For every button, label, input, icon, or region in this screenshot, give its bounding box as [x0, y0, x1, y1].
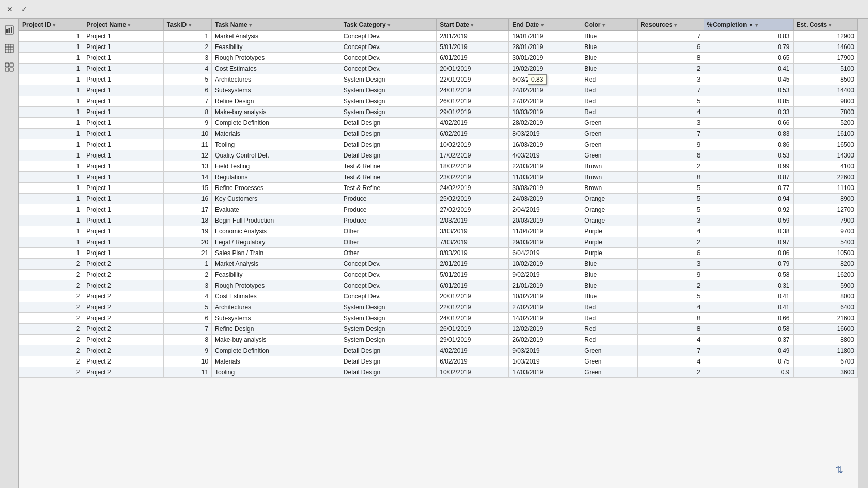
cell-project_name: Project 1 — [83, 64, 163, 74]
cell-task_category: Other — [340, 226, 437, 237]
col-header-est_costs[interactable]: Est. Costs ▾ — [793, 19, 858, 31]
cell-project_name: Project 2 — [83, 335, 163, 345]
cell-resources: 4 — [637, 356, 704, 367]
cell-task_name: Quality Control Def. — [212, 150, 340, 161]
cell-color: Green — [581, 367, 638, 378]
cell-start_date: 6/02/2019 — [437, 356, 509, 367]
cell-task_category: System Design — [340, 335, 437, 345]
cell-task_category: Concept Dev. — [340, 42, 437, 53]
col-header-task_name[interactable]: Task Name ▾ — [212, 19, 340, 31]
cell-est_costs: 8200 — [793, 259, 858, 270]
cell-task_category: Test & Refine — [340, 183, 437, 194]
cell-start_date: 7/03/2019 — [437, 237, 509, 248]
filter-icon[interactable]: ▾ — [829, 22, 831, 28]
cell-task_id: 2 — [163, 270, 211, 280]
col-header-end_date[interactable]: End Date ▾ — [509, 19, 581, 31]
cell-end_date: 1/03/2019 — [509, 356, 581, 367]
cell-task_category: Detail Design — [340, 150, 437, 161]
cell-project_id: 1 — [19, 129, 83, 139]
cell-task_name: Tooling — [212, 367, 340, 378]
cell-project_id: 1 — [19, 215, 83, 226]
filter-icon[interactable]: ▾ — [189, 22, 191, 28]
cell-resources: 2 — [637, 64, 704, 74]
filter-icon[interactable]: ▾ — [541, 22, 544, 28]
cell-task_id: 2 — [163, 42, 211, 53]
col-header-resources[interactable]: Resources ▾ — [637, 19, 704, 31]
filter-icon[interactable]: ▾ — [602, 22, 605, 28]
table-row: 2Project 25ArchitecturesSystem Design22/… — [19, 302, 858, 313]
cell-start_date: 29/01/2019 — [437, 107, 509, 118]
cell-est_costs: 7900 — [793, 215, 858, 226]
cell-color: Green — [581, 345, 638, 356]
cell-start_date: 10/02/2019 — [437, 139, 509, 150]
filter-icon[interactable]: ▾ — [249, 22, 252, 28]
cell-resources: 4 — [637, 302, 704, 313]
cell-color: Brown — [581, 161, 638, 172]
cell-task_name: Architectures — [212, 302, 340, 313]
table-row: 2Project 24Cost EstimatesConcept Dev.20/… — [19, 291, 858, 302]
confirm-button[interactable]: ✓ — [19, 4, 30, 15]
cell-resources: 2 — [637, 367, 704, 378]
cell-start_date: 23/02/2019 — [437, 172, 509, 183]
table-view-button[interactable] — [2, 41, 17, 56]
table-row: 1Project 19Complete DefinitionDetail Des… — [19, 118, 858, 129]
cell-task_category: Detail Design — [340, 345, 437, 356]
filter-icon[interactable]: ▾ — [388, 22, 390, 28]
cell-task_name: Regulations — [212, 172, 340, 183]
sort-icon: ▼ — [749, 22, 754, 28]
cell-est_costs: 8800 — [793, 335, 858, 345]
cell-project_name: Project 1 — [83, 215, 163, 226]
component-view-button[interactable] — [2, 60, 17, 74]
filter-icon[interactable]: ▾ — [471, 22, 473, 28]
chart-view-button[interactable] — [2, 23, 17, 37]
cell-resources: 2 — [637, 237, 704, 248]
cell-task_id: 1 — [163, 259, 211, 270]
table-row: 2Project 28Make-buy analysisSystem Desig… — [19, 335, 858, 345]
cell-task_name: Key Customers — [212, 194, 340, 204]
cell-project_name: Project 1 — [83, 53, 163, 64]
cell-start_date: 18/02/2019 — [437, 161, 509, 172]
filter-icon[interactable]: ▾ — [53, 22, 55, 28]
col-header-task_category[interactable]: Task Category ▾ — [340, 19, 437, 31]
col-header-pct_completion[interactable]: %Completion ▼ ▾ — [704, 19, 793, 31]
cell-pct_completion: 0.75 — [704, 356, 793, 367]
filter-icon[interactable]: ▾ — [128, 22, 130, 28]
cell-start_date: 5/01/2019 — [437, 42, 509, 53]
cell-end_date: 9/02/2019 — [509, 270, 581, 280]
cell-end_date: 27/02/2019 — [509, 302, 581, 313]
col-header-task_id[interactable]: TaskID ▾ — [163, 19, 211, 31]
col-header-project_id[interactable]: Project ID ▾ — [19, 19, 83, 31]
cell-project_name: Project 1 — [83, 129, 163, 139]
right-sidebar — [858, 19, 868, 488]
col-header-start_date[interactable]: Start Date ▾ — [437, 19, 509, 31]
col-header-color[interactable]: Color ▾ — [581, 19, 638, 31]
cell-est_costs: 5200 — [793, 118, 858, 129]
cell-project_name: Project 1 — [83, 226, 163, 237]
cell-start_date: 26/01/2019 — [437, 96, 509, 107]
svg-rect-12 — [10, 68, 13, 71]
cell-project_name: Project 2 — [83, 313, 163, 324]
cell-task_id: 4 — [163, 291, 211, 302]
cell-pct_completion: 0.97 — [704, 237, 793, 248]
filter-icon[interactable]: ▾ — [755, 22, 758, 28]
cell-project_name: Project 2 — [83, 291, 163, 302]
data-table-container[interactable]: Project ID ▾Project Name ▾TaskID ▾Task N… — [19, 19, 858, 378]
cell-end_date: 6/04/2019 — [509, 248, 581, 259]
cell-task_id: 10 — [163, 129, 211, 139]
cell-task_name: Rough Prototypes — [212, 53, 340, 64]
svg-rect-3 — [11, 27, 12, 33]
cell-end_date: 2/04/2019 — [509, 204, 581, 215]
close-button[interactable]: ✕ — [4, 4, 16, 15]
cell-start_date: 3/03/2019 — [437, 226, 509, 237]
svg-rect-10 — [10, 63, 13, 67]
cell-task_id: 8 — [163, 107, 211, 118]
filter-icon[interactable]: ▾ — [674, 22, 677, 28]
cell-task_name: Feasibility — [212, 42, 340, 53]
cell-project_name: Project 1 — [83, 204, 163, 215]
cell-task_id: 3 — [163, 280, 211, 291]
col-header-project_name[interactable]: Project Name ▾ — [83, 19, 163, 31]
table-row: 1Project 116Key CustomersProduce25/02/20… — [19, 194, 858, 204]
cell-est_costs: 10500 — [793, 248, 858, 259]
cell-end_date: 22/03/2019 — [509, 161, 581, 172]
table-row: 1Project 115Refine ProcessesTest & Refin… — [19, 183, 858, 194]
